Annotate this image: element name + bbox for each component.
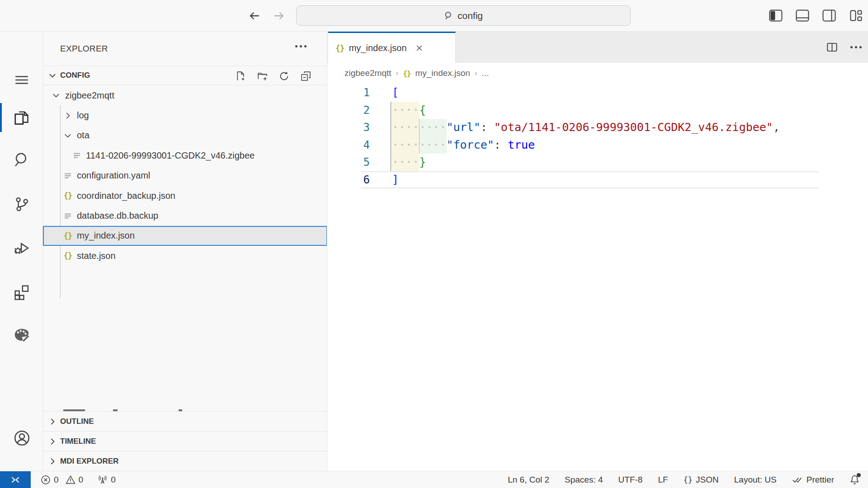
close-icon[interactable]	[415, 44, 424, 52]
menu-icon[interactable]	[13, 71, 30, 89]
ports-count: 0	[111, 475, 116, 485]
status-left: 0 0 0	[41, 475, 116, 485]
editor-group: {} my_index.json zigbee2mqtt › {} my_ind…	[327, 32, 868, 471]
run-debug-icon[interactable]	[13, 239, 30, 257]
layout-controls	[768, 8, 863, 23]
chevron-right-icon	[47, 436, 57, 446]
remote-indicator[interactable]	[0, 471, 31, 488]
tab-strip: {} my_index.json	[327, 32, 868, 63]
file-icon	[62, 171, 73, 180]
explorer-icon[interactable]	[13, 109, 30, 126]
tree-item-configuration.yaml[interactable]: configuration.yaml	[43, 166, 327, 186]
chevron-right-icon	[47, 417, 57, 427]
titlebar: config	[0, 0, 868, 32]
breadcrumb: zigbee2mqtt › {} my_index.json › ...	[344, 63, 489, 84]
notifications-bell-icon[interactable]	[849, 474, 860, 485]
tree-item-coordinator_backup.json[interactable]: {}coordinator_backup.json	[43, 186, 327, 206]
toggle-primary-sidebar-icon[interactable]	[768, 8, 783, 23]
chevron-right-icon: ›	[396, 69, 399, 78]
breadcrumb-folder[interactable]: zigbee2mqtt	[344, 68, 392, 78]
line-number-gutter: 123456	[327, 84, 370, 188]
tree-item-state.json[interactable]: {}state.json	[43, 246, 327, 266]
vscode-window: config	[0, 0, 868, 488]
tree-item-label: my_index.json	[77, 230, 135, 241]
code-line-1: [	[392, 84, 780, 102]
code-line-2: ····{	[392, 102, 780, 119]
editor-more-actions-icon[interactable]	[850, 46, 862, 48]
collapse-all-icon[interactable]	[301, 71, 311, 81]
new-folder-icon[interactable]	[257, 71, 268, 81]
forward-arrow-icon[interactable]	[270, 7, 288, 24]
json-file-icon: {}	[62, 231, 73, 240]
json-file-icon: {}	[62, 191, 73, 200]
line-number: 4	[327, 136, 370, 154]
tree-item-1141-0206-99993001-CGDK2_v46.zigbee[interactable]: 1141-0206-99993001-CGDK2_v46.zigbee	[43, 145, 327, 165]
back-arrow-icon[interactable]	[246, 7, 263, 24]
line-number: 2	[327, 102, 370, 119]
chevron-right-icon	[62, 111, 73, 121]
line-number: 3	[327, 119, 370, 136]
json-file-icon: {}	[403, 69, 410, 78]
section-header-mdi-explorer[interactable]: MDI EXPLORER	[43, 451, 327, 471]
extensions-icon[interactable]	[13, 284, 30, 301]
section-header-config[interactable]: CONFIG	[43, 66, 327, 85]
search-value: config	[458, 10, 483, 21]
tree-item-label: zigbee2mqtt	[65, 90, 114, 101]
keyboard-layout[interactable]: Layout: US	[734, 475, 777, 485]
section-label: TIMELINE	[60, 437, 96, 446]
line-number: 1	[327, 84, 370, 102]
split-editor-icon[interactable]	[826, 42, 838, 53]
explorer-more-actions-icon[interactable]	[295, 45, 307, 47]
formatter-indicator[interactable]: Prettier	[792, 475, 834, 485]
tree-item-log[interactable]: log	[43, 105, 327, 125]
tree-item-label: log	[77, 110, 89, 121]
editor-actions	[826, 32, 862, 63]
indentation-setting[interactable]: Spaces: 4	[565, 475, 603, 485]
double-check-icon	[792, 475, 803, 485]
tab-my-index-json[interactable]: {} my_index.json	[328, 32, 456, 63]
breadcrumb-file[interactable]: my_index.json	[415, 68, 470, 78]
warning-icon	[66, 475, 75, 485]
ports-indicator[interactable]: 0	[98, 475, 116, 485]
active-view-indicator	[0, 103, 2, 132]
sidebar-bottom-sections: OUTLINE TIMELINE MDI EXPLORER	[43, 411, 327, 471]
search-view-icon[interactable]	[13, 151, 30, 169]
source-control-icon[interactable]	[13, 196, 30, 213]
chevron-right-icon: ›	[475, 69, 477, 78]
explorer-sidebar: EXPLORER CONFIG zigbee2mqttlogota1141-02…	[43, 32, 327, 471]
toggle-secondary-sidebar-icon[interactable]	[821, 8, 837, 23]
command-center-search[interactable]: config	[296, 5, 631, 26]
section-header-outline[interactable]: OUTLINE	[43, 411, 327, 431]
cursor-position[interactable]: Ln 6, Col 2	[508, 475, 549, 485]
theme-palette-icon[interactable]	[13, 327, 30, 344]
section-header-timeline[interactable]: TIMELINE	[43, 431, 327, 451]
code-editor[interactable]: 123456 [····{········"url": "ota/1141-02…	[327, 84, 868, 471]
tree-item-label: coordinator_backup.json	[77, 191, 175, 201]
refresh-icon[interactable]	[279, 71, 289, 81]
warning-count: 0	[79, 475, 84, 485]
encoding-setting[interactable]: UTF-8	[618, 475, 643, 485]
toggle-panel-icon[interactable]	[795, 8, 810, 23]
eol-setting[interactable]: LF	[658, 475, 668, 485]
problems-indicator[interactable]: 0 0	[41, 475, 83, 485]
tab-label: my_index.json	[349, 43, 407, 53]
tree-item-label: state.json	[77, 251, 116, 261]
account-icon[interactable]	[13, 429, 30, 446]
new-file-icon[interactable]	[236, 71, 246, 81]
json-file-icon: {}	[62, 251, 73, 260]
file-tree: zigbee2mqttlogota1141-0206-99993001-CGDK…	[43, 85, 327, 266]
language-mode[interactable]: {} JSON	[684, 475, 719, 485]
json-file-icon: {}	[335, 43, 344, 53]
tree-item-label: database.db.backup	[77, 211, 158, 221]
code-line-5: ····}	[392, 154, 780, 171]
tree-item-zigbee2mqtt[interactable]: zigbee2mqtt	[43, 85, 327, 105]
config-section-actions	[236, 66, 311, 86]
breadcrumb-tail[interactable]: ...	[482, 68, 489, 78]
customize-layout-icon[interactable]	[848, 8, 863, 23]
tree-item-my_index.json[interactable]: {}my_index.json	[43, 226, 327, 246]
line-number: 6	[327, 171, 370, 189]
tree-item-database.db.backup[interactable]: database.db.backup	[43, 206, 327, 225]
tree-item-ota[interactable]: ota	[43, 126, 327, 145]
status-right: Ln 6, Col 2 Spaces: 4 UTF-8 LF {} JSON L…	[508, 474, 868, 485]
section-label: MDI EXPLORER	[60, 457, 118, 466]
